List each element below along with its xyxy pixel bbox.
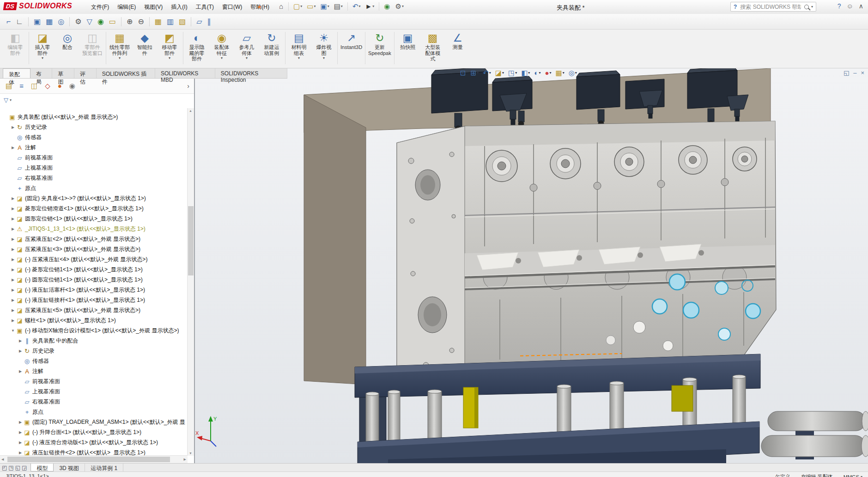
- tree-item[interactable]: ▶ ◪ (-) 圆形定位销1<1> (默认<<默认>_显示状态 1>): [0, 275, 188, 285]
- quickbar-button[interactable]: ▽: [85, 17, 94, 26]
- quickbar-button[interactable]: ⌐: [5, 17, 12, 26]
- quickbar-button[interactable]: ▦: [44, 17, 55, 26]
- tree-item[interactable]: ▶ ◪ 液压缸链接件<2> (默认<<默认>_显示状态 1>): [0, 447, 188, 456]
- tree-item[interactable]: ▶ ↻ 历史记录: [0, 122, 188, 132]
- menu-item[interactable]: 视图(V): [140, 1, 167, 13]
- window-control-button[interactable]: ◱: [844, 70, 849, 76]
- ribbon-button[interactable]: [183, 32, 183, 64]
- tree-item[interactable]: ▶ ∥ 夹具装配 中的配合: [0, 336, 188, 346]
- tree-item[interactable]: ◎ 传感器: [0, 356, 188, 366]
- tree-item[interactable]: ▶ ◪ 螺柱<1> (默认<<默认>_显示状态 1>): [0, 315, 188, 325]
- tree-item[interactable]: ▶ ◪ 压紧液压缸<5> (默认<<默认>_外观 显示状态>): [0, 305, 188, 315]
- quickbar-button[interactable]: ▦: [153, 17, 164, 26]
- expand-arrow-icon[interactable]: ▶: [10, 308, 16, 312]
- expand-arrow-icon[interactable]: ▶: [18, 420, 23, 424]
- title-toolbar-button[interactable]: [288, 2, 289, 11]
- tree-item[interactable]: ◎ 传感器: [0, 132, 188, 142]
- tree-item[interactable]: ▶ ◪ (-) 液压缸链接杆<1> (默认<<默认>_显示状态 1>): [0, 295, 188, 305]
- scroll-down-icon[interactable]: ▼: [189, 452, 192, 455]
- ribbon-button[interactable]: [29, 32, 29, 64]
- expand-arrow-icon[interactable]: ▶: [18, 451, 23, 455]
- tree-item[interactable]: ▶ ◪ 菱形定位销滑道<1> (默认<<默认>_显示状态 1>): [0, 203, 188, 214]
- tree-item[interactable]: ▼ ▣ (-) 移动型X轴滑台设计模型<1> (默认<<默认>_外观 显示状态>…: [0, 325, 188, 336]
- ribbon-button[interactable]: [394, 32, 395, 64]
- quickbar-button[interactable]: [69, 17, 70, 26]
- graphics-area[interactable]: Y X ⊡ ⊞ ▾ ↶ ▾ ◪ ▾ ◳ ▾ ◧ ▾ ◐: [195, 68, 868, 463]
- tree-item[interactable]: ▱ 右视基准面: [0, 173, 188, 183]
- expand-arrow-icon[interactable]: ▶: [10, 318, 16, 323]
- command-tab[interactable]: 评估: [74, 68, 97, 78]
- ribbon-button[interactable]: ◐ 显示隐 藏的零 部件: [184, 31, 209, 67]
- ribbon-button[interactable]: ▤ 材料明 细表 ▾: [286, 31, 311, 61]
- expand-arrow-icon[interactable]: ▶: [10, 196, 16, 201]
- tree-item[interactable]: ▱ 上视基准面: [0, 386, 188, 397]
- model-view-tab[interactable]: 模型: [30, 464, 54, 471]
- tree-item[interactable]: ▶ A 注解: [0, 142, 188, 153]
- ribbon-button[interactable]: ◧ 编辑零 部件: [3, 31, 28, 61]
- expand-arrow-icon[interactable]: ▶: [18, 339, 23, 343]
- panel-tab[interactable]: ◉: [69, 82, 75, 90]
- tree-item[interactable]: ▶ ◪ 圆形定位销<1> (默认<<默认>_显示状态 1>): [0, 214, 188, 224]
- tree-item[interactable]: ▣ 夹具装配 (默认<<默认>_外观 显示状态>): [0, 112, 188, 122]
- tree-item[interactable]: ▱ 上视基准面: [0, 163, 188, 173]
- headsup-button[interactable]: ▦ ▾: [556, 69, 565, 76]
- quickbar-button[interactable]: [149, 17, 150, 26]
- ribbon-button[interactable]: ↻ 新建运 动算例: [259, 31, 284, 61]
- command-tab[interactable]: SOLIDWORKS Inspection: [215, 68, 287, 78]
- expand-arrow-icon[interactable]: ▼: [10, 329, 16, 333]
- search-box[interactable]: ? ▾: [730, 2, 816, 12]
- title-toolbar-button[interactable]: ▭ ▾: [305, 2, 317, 11]
- headsup-button[interactable]: ↶ ▾: [483, 69, 491, 76]
- expand-arrow-icon[interactable]: ▶: [10, 247, 16, 251]
- window-control-button[interactable]: –: [853, 70, 856, 76]
- ribbon-button[interactable]: ▦ 线性零部 件阵列 ▾: [107, 31, 132, 61]
- quickbar-button[interactable]: ▭: [107, 17, 118, 26]
- menu-item[interactable]: 文件(F): [87, 1, 113, 13]
- search-dropdown-icon[interactable]: ▾: [811, 5, 813, 9]
- tree-item[interactable]: ▶ ◪ (-) 液压滑台滑动版<1> (默认<<默认>_显示状态 1>): [0, 437, 188, 447]
- title-toolbar-button[interactable]: ↶ ▾: [351, 2, 363, 11]
- status-item[interactable]: 在编辑 装配体: [801, 473, 834, 477]
- quickbar-button[interactable]: ▣: [32, 17, 42, 26]
- status-item[interactable]: MMGS ▾: [844, 474, 862, 477]
- tree-item[interactable]: ▶ ◪ 压紧液压缸<2> (默认<<默认>_外观 显示状态>): [0, 234, 188, 244]
- menu-item[interactable]: 编辑(E): [113, 1, 140, 13]
- help-icon[interactable]: ?: [838, 3, 841, 9]
- command-tab[interactable]: SOLIDWORKS MBD: [155, 68, 215, 78]
- quickbar-button[interactable]: [28, 17, 29, 26]
- quickbar-button[interactable]: ◎: [56, 17, 66, 26]
- menu-pin-icon[interactable]: ★: [257, 4, 262, 10]
- quickbar-button[interactable]: ⊕: [125, 17, 134, 26]
- ribbon-button[interactable]: ◫ 零部件 预览窗口: [80, 31, 105, 61]
- tree-item[interactable]: ▱ 右视基准面: [0, 397, 188, 407]
- title-toolbar-button[interactable]: ▣ ▾: [318, 2, 331, 11]
- tree-item[interactable]: ▶ ◪ 压紧液压缸<3> (默认<<默认>_外观 显示状态>): [0, 244, 188, 254]
- quickbar-button[interactable]: ⚙: [73, 17, 83, 26]
- expand-arrow-icon[interactable]: ▶: [10, 146, 16, 150]
- search-icon[interactable]: [804, 5, 809, 9]
- title-toolbar-button[interactable]: ⚙ ▾: [393, 2, 405, 11]
- tree-item[interactable]: ▶ ◪ (-) 菱形定位销1<1> (默认<<默认>_显示状态 1>): [0, 264, 188, 275]
- expand-arrow-icon[interactable]: ▶: [10, 257, 16, 262]
- tree-item[interactable]: + 原点: [0, 183, 188, 193]
- pane-button[interactable]: ◲: [22, 465, 27, 471]
- model-view-tab[interactable]: 运动算例 1: [85, 464, 123, 471]
- pane-button[interactable]: ◱: [15, 465, 20, 471]
- command-tab[interactable]: 草图: [52, 68, 74, 78]
- quickbar-button[interactable]: [191, 17, 191, 26]
- model-view-tab[interactable]: 3D 视图: [54, 464, 85, 471]
- menu-item[interactable]: 插入(I): [167, 1, 191, 13]
- expand-arrow-icon[interactable]: ▶: [10, 207, 16, 211]
- ribbon-button[interactable]: ↻ 更新 Speedpak: [366, 31, 393, 61]
- headsup-button[interactable]: ⊡: [460, 69, 467, 76]
- ribbon-button[interactable]: [365, 32, 365, 64]
- quickbar-button[interactable]: ⊖: [136, 17, 146, 26]
- search-input[interactable]: [739, 3, 802, 11]
- tree-item[interactable]: ▶ ◪ (-) 液压缸活塞杆<1> (默认<<默认>_显示状态 1>): [0, 285, 188, 295]
- quickbar-button[interactable]: ◉: [96, 17, 106, 26]
- ribbon-button[interactable]: ◉ 装配体 特征 ▾: [209, 31, 234, 61]
- title-toolbar-button[interactable]: [379, 2, 379, 11]
- headsup-button[interactable]: ◐ ▾: [534, 69, 540, 76]
- expand-arrow-icon[interactable]: ▶: [18, 369, 23, 373]
- title-toolbar-button[interactable]: [347, 2, 348, 11]
